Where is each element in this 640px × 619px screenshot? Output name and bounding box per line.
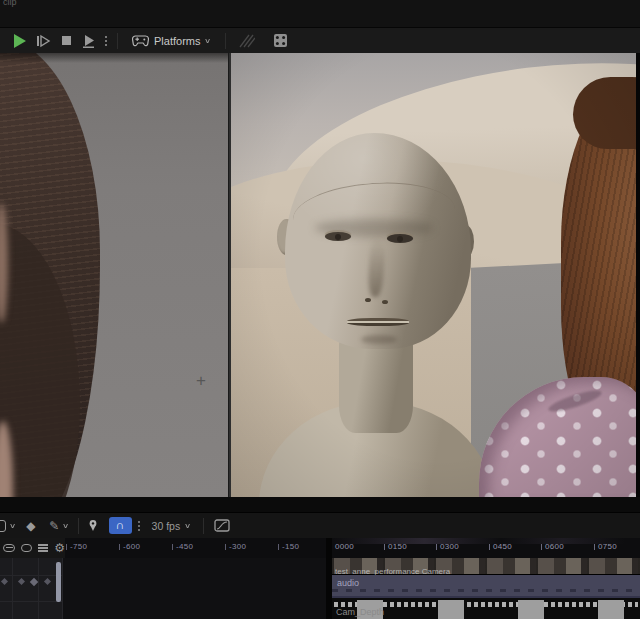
reference-video-front[interactable]: + xyxy=(0,53,228,497)
audio-track[interactable]: audio xyxy=(332,575,640,598)
chevron-down-icon: ∨ xyxy=(9,522,16,530)
step-forward-button[interactable] xyxy=(31,30,56,52)
frame-rate-dropdown[interactable]: 30 fps ∨ xyxy=(144,520,199,532)
ruler-tick: -750 xyxy=(66,544,87,550)
gamepad-icon xyxy=(132,35,149,47)
toolbar-separator xyxy=(225,33,226,49)
main-toolbar: Platforms ∨ xyxy=(0,27,640,53)
keyframe-block[interactable] xyxy=(438,600,464,619)
camera-filmstrip-track[interactable]: test_anne_performance Camera xyxy=(332,558,640,575)
crosshair-cursor: + xyxy=(196,371,206,391)
panel-top-shadow xyxy=(0,53,228,63)
track-outliner-area[interactable] xyxy=(0,558,326,619)
spawn-pin-button[interactable] xyxy=(83,515,103,537)
device-grid-icon xyxy=(273,33,288,48)
diagonal-lines-icon xyxy=(237,34,255,48)
ruler-tick: 0300 xyxy=(436,544,459,550)
device-grid-button[interactable] xyxy=(268,30,293,52)
track-list-icon[interactable] xyxy=(38,544,48,552)
metahuman-3d-viewport[interactable] xyxy=(231,53,640,497)
ruler-tick: 0450 xyxy=(489,544,512,550)
keyframe-block[interactable] xyxy=(518,600,544,619)
toolbar-separator xyxy=(203,518,204,534)
depth-keyframe-track[interactable]: Cam_Depth xyxy=(332,600,640,619)
chevron-down-icon: ∨ xyxy=(62,522,69,530)
settings-gear-icon[interactable]: ⚙ xyxy=(54,542,65,554)
step-forward-icon xyxy=(36,34,51,48)
ruler-tick: 0600 xyxy=(541,544,564,550)
title-strip: clip xyxy=(0,0,640,27)
column-divider xyxy=(38,558,39,619)
location-pin-icon xyxy=(88,519,98,532)
row-divider xyxy=(0,575,63,576)
ruler-tick: -150 xyxy=(278,544,299,550)
curve-editor-icon xyxy=(214,519,230,532)
ruler-tick: 0750 xyxy=(594,544,617,550)
play-from-start-button[interactable] xyxy=(77,30,101,52)
toolbar-separator xyxy=(117,33,118,49)
audio-waveform xyxy=(332,589,640,592)
clipped-toolbar-icon[interactable] xyxy=(0,520,6,532)
row-divider xyxy=(0,601,63,602)
keyframe-dot[interactable] xyxy=(1,578,8,585)
toolbar-separator xyxy=(78,518,79,534)
play-icon xyxy=(14,34,26,48)
keyframe-block[interactable] xyxy=(598,600,624,619)
keyframe-dot[interactable] xyxy=(18,578,25,585)
platforms-label: Platforms xyxy=(154,35,200,47)
chevron-down-icon: ∨ xyxy=(184,522,191,530)
keyframe-dot[interactable] xyxy=(44,578,51,585)
ruler-tint-strip xyxy=(332,538,640,544)
platforms-dropdown[interactable]: Platforms ∨ xyxy=(124,35,219,47)
sequencer-toolbar: ∨ ◆ ✎ ∨ ∩ 30 fps ∨ xyxy=(0,512,640,538)
stop-icon xyxy=(61,35,72,46)
ruler-tick: -300 xyxy=(225,544,246,550)
audio-track-label: audio xyxy=(337,578,359,588)
ruler-tick: -450 xyxy=(172,544,193,550)
keyframe-button[interactable]: ◆ xyxy=(21,515,40,537)
viewport[interactable]: + xyxy=(0,53,640,497)
depth-track-label: Cam_Depth xyxy=(336,607,384,617)
ruler-tick: 0150 xyxy=(384,544,407,550)
mini-scrollbar-thumb[interactable] xyxy=(56,562,61,602)
scene-letterbox-right xyxy=(636,53,640,497)
column-divider xyxy=(12,558,13,619)
collapsed-track-icon[interactable] xyxy=(3,544,15,552)
magnet-icon: ∩ xyxy=(116,519,125,531)
snap-options-kebab[interactable] xyxy=(134,521,144,531)
stop-button[interactable] xyxy=(56,30,77,52)
ruler-tick: -600 xyxy=(119,544,140,550)
multi-user-button[interactable] xyxy=(232,30,260,52)
corner-label: clip xyxy=(3,0,17,7)
snap-toggle-button[interactable]: ∩ xyxy=(109,517,132,534)
collapsed-track-icon[interactable] xyxy=(21,544,33,552)
curve-editor-button[interactable] xyxy=(209,515,235,537)
track-filter-toolbar: ⚙ xyxy=(0,538,65,558)
keyframe-diamond-icon: ◆ xyxy=(26,520,35,532)
timeline-tracks-area[interactable]: test_anne_performance Camera audio Cam_D… xyxy=(332,558,640,619)
ruler-tick: 0000 xyxy=(335,544,354,550)
scene-vignette xyxy=(231,53,640,497)
edit-mode-button[interactable]: ✎ ∨ xyxy=(44,515,73,537)
play-button[interactable] xyxy=(9,30,31,52)
chevron-down-icon: ∨ xyxy=(204,37,211,45)
pencil-icon: ✎ xyxy=(49,520,59,532)
play-options-kebab[interactable] xyxy=(101,36,111,46)
play-from-start-icon xyxy=(82,34,96,48)
keyframe-dot[interactable] xyxy=(30,578,38,586)
track-mini-panel[interactable] xyxy=(0,558,63,619)
application-window: clip xyxy=(0,0,640,619)
fps-label: 30 fps xyxy=(152,520,181,532)
